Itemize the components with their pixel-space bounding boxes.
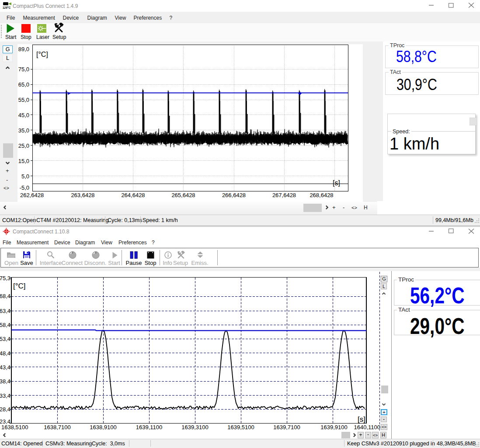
svg-text:268,6428: 268,6428 [310, 192, 333, 198]
svg-text:75,0: 75,0 [18, 66, 29, 73]
svg-text:264,6428: 264,6428 [121, 192, 145, 198]
svg-text:1638,7100: 1638,7100 [44, 424, 70, 431]
svg-text:15,0: 15,0 [18, 158, 29, 164]
svg-text:35,0: 35,0 [18, 127, 29, 134]
svg-text:28,4: 28,4 [0, 406, 10, 413]
svg-text:1639,3100: 1639,3100 [181, 424, 208, 431]
svg-text:1638,9100: 1638,9100 [90, 424, 116, 431]
svg-text:43,4: 43,4 [0, 364, 10, 371]
svg-text:1639,5100: 1639,5100 [227, 424, 254, 431]
svg-text:53,4: 53,4 [0, 336, 10, 342]
svg-text:5,0: 5,0 [21, 173, 29, 180]
svg-text:63,4: 63,4 [0, 308, 10, 314]
svg-text:1639,7100: 1639,7100 [273, 424, 300, 431]
svg-text:38,4: 38,4 [0, 378, 10, 385]
svg-text:89,0: 89,0 [18, 46, 29, 52]
svg-text:265,6428: 265,6428 [171, 192, 195, 198]
svg-text:65,0: 65,0 [18, 81, 29, 88]
svg-text:48,4: 48,4 [0, 350, 10, 357]
svg-text:[°C]: [°C] [13, 282, 26, 290]
svg-text:1639,1100: 1639,1100 [136, 424, 163, 431]
svg-text:[s]: [s] [333, 179, 340, 187]
svg-text:58,4: 58,4 [0, 322, 10, 328]
svg-text:55,0: 55,0 [18, 97, 29, 103]
svg-text:129°C: 129°C [3, 6, 10, 9]
svg-text:33,4: 33,4 [0, 392, 10, 399]
svg-text:[°C]: [°C] [36, 51, 48, 58]
svg-text:1640,1100: 1640,1100 [354, 424, 381, 431]
svg-text:[s]: [s] [358, 415, 365, 424]
svg-text:75,3: 75,3 [0, 275, 10, 281]
svg-text:45,0: 45,0 [18, 112, 29, 118]
svg-text:-5,0: -5,0 [20, 184, 29, 191]
svg-text:1638,5100: 1638,5100 [1, 424, 28, 431]
svg-text:263,6428: 263,6428 [71, 192, 94, 198]
svg-text:262,6428: 262,6428 [20, 192, 44, 198]
svg-text:266,6428: 266,6428 [222, 192, 246, 198]
svg-text:1639,9100: 1639,9100 [320, 424, 347, 431]
svg-text:25,0: 25,0 [18, 142, 29, 149]
svg-text:267,6428: 267,6428 [272, 192, 296, 198]
svg-text:68,4: 68,4 [0, 293, 10, 299]
